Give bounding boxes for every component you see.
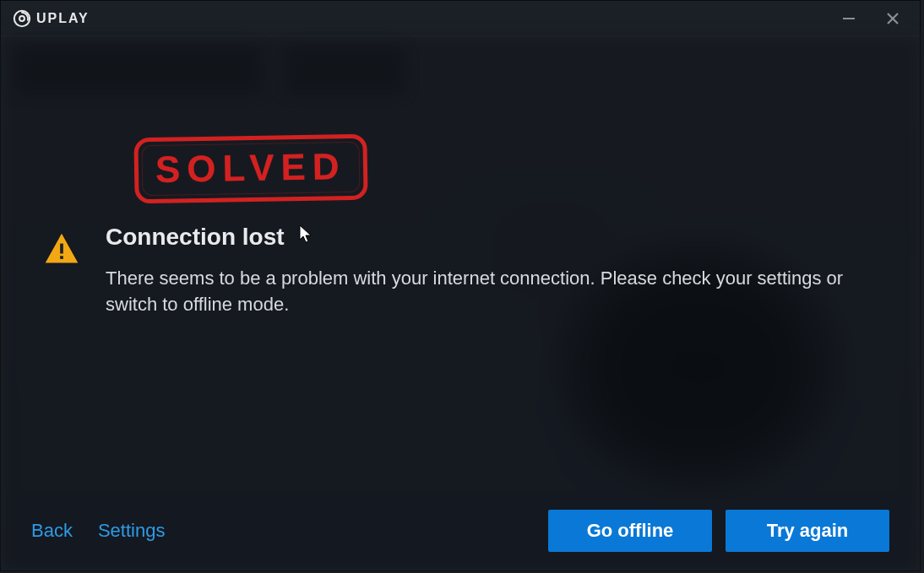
warning-icon [43,230,80,268]
blurred-tab [286,46,405,94]
close-button[interactable] [881,7,905,30]
window-controls [837,7,913,30]
stamp-text: SOLVED [155,145,346,191]
error-row: Connection lost There seems to be a prob… [43,224,886,318]
titlebar: UPLAY [1,1,920,36]
error-title: Connection lost [106,224,285,251]
error-title-row: Connection lost [106,224,886,251]
minimize-icon [841,11,856,26]
blurred-tabs [16,46,430,94]
minimize-button[interactable] [837,7,861,30]
go-offline-button[interactable]: Go offline [548,510,712,552]
brand: UPLAY [13,9,90,28]
svg-rect-6 [60,256,63,259]
footer-links: Back Settings [31,520,165,542]
cursor-icon [298,224,313,245]
uplay-window: UPLAY SOLVED [0,0,921,571]
footer-buttons: Go offline Try again [548,510,889,552]
close-icon [885,11,900,26]
blurred-tab [16,46,261,94]
footer: Back Settings Go offline Try again [31,510,889,552]
svg-point-1 [19,16,24,21]
error-content: SOLVED Connection lost There seems to be… [43,136,886,318]
settings-link[interactable]: Settings [98,520,166,542]
uplay-logo-icon [13,9,31,28]
try-again-button[interactable]: Try again [726,510,889,552]
svg-rect-5 [60,244,63,254]
error-text: Connection lost There seems to be a prob… [106,224,886,318]
solved-stamp: SOLVED [133,134,367,204]
error-body: There seems to be a problem with your in… [106,266,866,318]
back-link[interactable]: Back [31,520,73,542]
app-name: UPLAY [36,11,90,26]
